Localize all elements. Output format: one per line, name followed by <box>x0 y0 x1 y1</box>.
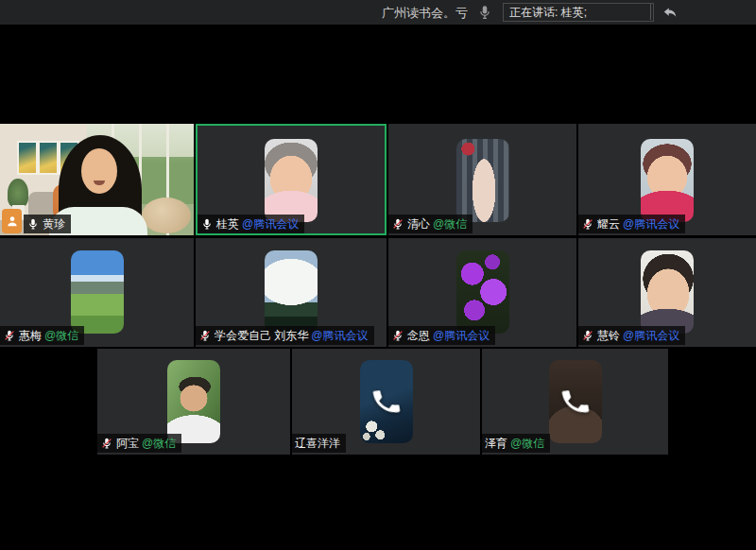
video-tile-huangzhen[interactable]: 黄珍 <box>0 124 194 235</box>
participant-label: 慧铃 @腾讯会议 <box>578 326 685 345</box>
reply-arrow-icon[interactable] <box>660 3 680 22</box>
participant-platform: @微信 <box>433 216 467 232</box>
participant-platform: @腾讯会议 <box>433 328 490 344</box>
participant-platform: @腾讯会议 <box>623 216 679 232</box>
mic-muted-icon <box>100 437 113 450</box>
participant-label: 惠梅 @微信 <box>0 326 84 345</box>
scene-beanbag <box>142 198 191 233</box>
participant-platform: @微信 <box>44 328 78 344</box>
participant-name: 桂英 <box>216 216 239 232</box>
participant-platform: @微信 <box>510 436 544 452</box>
participant-name: 耀云 <box>597 216 620 232</box>
video-tile-liaoxiyangyang[interactable]: 辽喜洋洋 <box>292 349 480 455</box>
active-speaker-text: 正在讲话: 桂英; <box>509 5 587 21</box>
video-tile-zeyu[interactable]: 泽育 @微信 <box>482 349 668 455</box>
avatar <box>549 360 602 443</box>
mic-muted-icon <box>391 217 404 231</box>
scene-person-face <box>81 148 117 194</box>
meeting-window: 广州读书会。亏 正在讲话: 桂英; <box>0 0 756 550</box>
participant-label: 辽喜洋洋 <box>292 434 346 453</box>
avatar <box>71 250 124 334</box>
mic-muted-icon <box>581 217 594 231</box>
participant-name: 清心 <box>407 216 430 232</box>
video-tile-liudonghua[interactable]: 学会爱自己 刘东华 @腾讯会议 <box>196 238 387 347</box>
participant-name: 念恩 <box>407 328 430 344</box>
participant-label: 黄珍 <box>24 215 71 233</box>
meeting-top-bar: 广州读书会。亏 正在讲话: 桂英; <box>0 0 756 25</box>
meeting-title: 广州读书会。亏 <box>382 5 468 22</box>
mic-on-icon <box>200 217 214 231</box>
participant-platform: @腾讯会议 <box>242 216 299 232</box>
mic-muted-icon <box>581 329 594 342</box>
phone-handset-icon <box>368 384 404 420</box>
topbar-microphone-icon[interactable] <box>476 3 493 22</box>
topbar-divider <box>650 4 651 20</box>
mic-muted-icon <box>198 329 212 342</box>
video-tile-huimei[interactable]: 惠梅 @微信 <box>0 238 194 347</box>
participant-label: 学会爱自己 刘东华 @腾讯会议 <box>196 326 374 345</box>
avatar <box>265 139 318 222</box>
avatar <box>456 139 509 222</box>
avatar <box>167 360 220 443</box>
participant-label: 念恩 @腾讯会议 <box>388 326 495 345</box>
participant-platform: @腾讯会议 <box>623 328 679 344</box>
avatar <box>641 139 694 222</box>
participant-name: 慧铃 <box>597 328 620 344</box>
host-badge <box>2 209 22 233</box>
avatar <box>265 250 318 334</box>
scene-painting <box>38 141 59 175</box>
participant-name: 黄珍 <box>43 216 65 232</box>
video-tile-guiying[interactable]: 桂英 @腾讯会议 <box>196 124 387 235</box>
mic-muted-icon <box>3 329 16 342</box>
mic-muted-icon <box>391 329 404 342</box>
avatar <box>456 250 509 334</box>
participant-label: 泽育 @微信 <box>482 434 550 453</box>
participant-name: 辽喜洋洋 <box>295 436 340 452</box>
video-tile-abao[interactable]: 阿宝 @微信 <box>97 349 290 455</box>
participant-name: 惠梅 <box>19 328 42 344</box>
participant-platform: @腾讯会议 <box>311 328 368 344</box>
person-icon <box>6 215 19 228</box>
participant-name: 学会爱自己 刘东华 <box>215 328 308 344</box>
active-speaker-indicator: 正在讲话: 桂英; <box>503 3 654 22</box>
phone-handset-icon <box>557 384 593 420</box>
video-tile-nianen[interactable]: 念恩 @腾讯会议 <box>388 238 576 347</box>
participant-label: 耀云 @腾讯会议 <box>578 215 685 233</box>
scene-painting <box>17 141 38 175</box>
scene-plant <box>8 179 28 207</box>
video-tile-huiling[interactable]: 慧铃 @腾讯会议 <box>578 238 756 347</box>
phone-call-overlay <box>360 360 413 443</box>
participant-platform: @微信 <box>142 436 176 452</box>
video-tile-yaoyun[interactable]: 耀云 @腾讯会议 <box>578 124 756 235</box>
video-tile-qingxin[interactable]: 清心 @微信 <box>388 124 576 235</box>
participant-label: 清心 @微信 <box>388 215 472 233</box>
avatar <box>360 360 413 443</box>
avatar <box>641 250 694 334</box>
participant-name: 泽育 <box>485 436 507 452</box>
participant-name: 阿宝 <box>116 436 139 452</box>
participant-label: 桂英 @腾讯会议 <box>198 215 304 233</box>
participant-label: 阿宝 @微信 <box>97 434 181 453</box>
mic-on-icon <box>26 217 40 231</box>
phone-call-overlay <box>549 360 602 443</box>
